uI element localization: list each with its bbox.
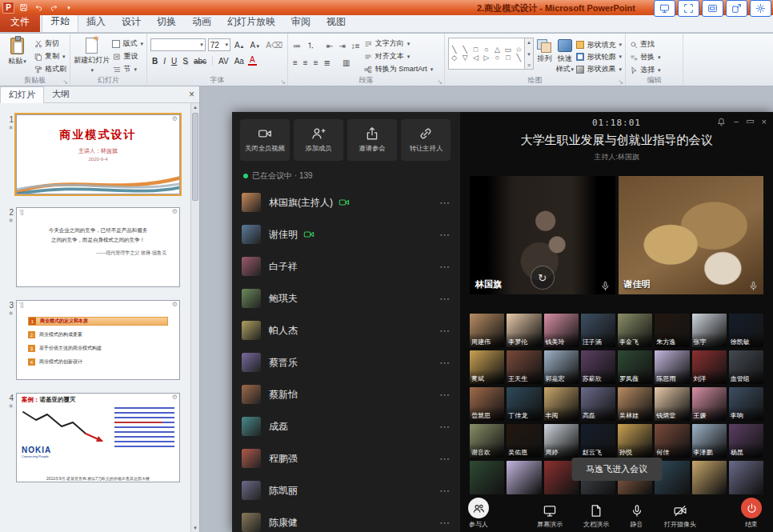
align-right-button[interactable]: ≡ — [312, 58, 320, 67]
numbering-button[interactable]: ⒈ — [305, 40, 316, 51]
video-tile[interactable]: 李金飞 — [618, 314, 652, 347]
video-tile[interactable]: 陈思雨 — [655, 350, 689, 384]
video-tile[interactable] — [729, 461, 763, 494]
font-style-button-5[interactable]: AV — [217, 57, 230, 66]
video-tile[interactable]: 钱美玲 — [544, 314, 579, 347]
shrink-font-button[interactable]: A▼ — [249, 41, 262, 50]
video-tile[interactable]: 苏薪欣 — [581, 350, 615, 384]
grow-font-button[interactable]: A▲ — [233, 41, 246, 50]
columns-button[interactable]: ▥ — [341, 58, 351, 67]
more-options-icon[interactable]: ⋯ — [439, 229, 451, 241]
clear-formatting-button[interactable]: A⌫ — [264, 41, 284, 50]
featured-video-tile[interactable]: 谢佳明 — [619, 176, 764, 294]
tab-slides-thumbnails[interactable]: 幻灯片 — [0, 86, 44, 103]
window-snip-icon[interactable] — [702, 0, 723, 17]
video-tile[interactable]: 李梦伦 — [507, 314, 541, 347]
participant-row[interactable]: 成磊⋯ — [232, 410, 460, 442]
video-tile[interactable]: 丰阅 — [544, 387, 579, 421]
participant-row[interactable]: 鲍琪夫⋯ — [232, 282, 460, 314]
video-tile[interactable]: 高磊 — [581, 387, 615, 421]
panel-scrollbar[interactable]: ▴ ▾ — [190, 103, 199, 532]
video-tile[interactable]: 吴林娃 — [618, 387, 652, 421]
video-tile[interactable]: 吴佑恩 — [507, 424, 541, 458]
participant-row[interactable]: 程鹏强⋯ — [232, 442, 460, 474]
video-tile[interactable]: 曾慧思 — [470, 387, 504, 421]
video-tile[interactable]: 钱炳堂 — [655, 387, 689, 421]
slide-4-preview[interactable]: ⚙ 案例：诺基亚的覆灭 NOKIA Connecting People — [16, 393, 180, 482]
reset-button[interactable]: 重设 — [112, 50, 143, 62]
tab-切换[interactable]: 切换 — [149, 13, 184, 32]
featured-video-tile[interactable]: ↻ 林国旗 — [470, 176, 615, 294]
paste-button[interactable]: 粘贴▾ — [3, 36, 31, 75]
camera-off-button[interactable]: 关闭全员视频 — [240, 119, 290, 161]
participant-row[interactable]: 蔡新怡⋯ — [232, 378, 460, 410]
shape-effects-button[interactable]: 形状效果▾ — [576, 64, 622, 75]
quick-styles-button[interactable]: 快速样式▾ — [555, 38, 575, 75]
font-style-button-6[interactable]: Aa — [233, 57, 246, 66]
copy-button[interactable]: 复制▾ — [34, 50, 66, 62]
arrange-button[interactable]: 排列 — [536, 38, 553, 75]
undo-icon[interactable] — [32, 2, 45, 14]
slide-thumbnail-3[interactable]: 3∗ '|] ⚙ 1商业模式的定义和本质2商业模式的构成要素3基于价值主张的商业… — [2, 300, 188, 380]
more-options-icon[interactable]: ⋯ — [439, 197, 451, 209]
tab-审阅[interactable]: 审阅 — [283, 13, 318, 32]
video-tile[interactable]: 何佳 — [655, 424, 689, 458]
video-tile[interactable]: 血管组 — [729, 350, 763, 384]
monitor-icon[interactable] — [654, 0, 675, 17]
video-tile[interactable]: 孙悦 — [618, 424, 652, 458]
video-tile[interactable]: 周婷 — [544, 424, 579, 458]
video-tile[interactable]: 杨昆 — [729, 424, 763, 458]
tab-视图[interactable]: 视图 — [318, 13, 354, 32]
font-style-button-7[interactable]: A — [248, 56, 257, 66]
video-tile[interactable]: 罗凤薇 — [618, 350, 652, 384]
shape-outline-button[interactable]: 形状轮廓▾ — [576, 51, 622, 62]
more-options-icon[interactable]: ⋯ — [439, 293, 451, 305]
more-options-icon[interactable]: ⋯ — [439, 421, 451, 433]
slide-1-preview[interactable]: ⚙ 商业模式设计 主讲人：林国旗 2020-9-4 — [16, 114, 180, 194]
font-style-button-3[interactable]: S — [181, 57, 190, 66]
participant-row[interactable]: 蔡晋乐⋯ — [232, 346, 460, 378]
replace-button[interactable]: 替换▾ — [629, 51, 679, 63]
font-name-select[interactable]: ▾ — [150, 38, 206, 51]
mute-button[interactable]: 静音 — [630, 504, 643, 529]
screen-share-button[interactable]: 屏幕演示 — [537, 504, 563, 529]
font-style-button-0[interactable]: B — [150, 57, 159, 66]
find-button[interactable]: 查找 — [629, 38, 679, 50]
qat-dropdown-icon[interactable]: ▾ — [62, 2, 75, 14]
more-options-icon[interactable]: ⋯ — [439, 389, 451, 401]
video-tile[interactable]: 李响 — [729, 387, 763, 421]
justify-button[interactable]: ≣ — [322, 58, 332, 67]
increase-indent-button[interactable]: ⇥ — [337, 42, 346, 50]
video-tile[interactable]: 丁佳龙 — [507, 387, 541, 421]
more-options-icon[interactable]: ⋯ — [439, 325, 451, 337]
video-tile[interactable]: 刘洋 — [692, 350, 727, 384]
slide-2-preview[interactable]: '|] ⚙ 今天企业之间的竞争，已经不是产品和服务 之间的竞争，而是自身模式之间… — [16, 207, 180, 287]
font-style-button-4[interactable]: abc — [192, 57, 208, 66]
end-meeting-button[interactable]: 结束 — [741, 498, 762, 529]
tab-outline[interactable]: 大纲 — [44, 86, 78, 102]
settings-icon[interactable] — [750, 0, 771, 17]
align-text-button[interactable]: 对齐文本▾ — [364, 50, 434, 62]
participant-row[interactable]: 帕人杰⋯ — [232, 314, 460, 346]
video-tile[interactable]: 汪子涵 — [581, 314, 615, 347]
redo-icon[interactable] — [47, 2, 60, 14]
video-tile[interactable]: 李泽鹏 — [692, 424, 727, 458]
share-icon[interactable] — [726, 0, 747, 17]
decrease-indent-button[interactable]: ⇤ — [325, 42, 334, 50]
video-tile[interactable]: 徐凯敏 — [729, 314, 763, 347]
shapes-gallery[interactable]: ╲╲□○△▭☆ ◇▽◁▷○□╲ — [448, 38, 525, 70]
participant-row[interactable]: 谢佳明⋯ — [232, 218, 460, 250]
video-tile[interactable]: 王媛 — [692, 387, 727, 421]
participant-row[interactable]: 陈凯丽⋯ — [232, 474, 460, 506]
transfer-host-button[interactable]: 转让主持人 — [401, 119, 451, 161]
participants-button[interactable]: 参与人 — [468, 498, 489, 529]
video-tile[interactable]: 郭嘉宏 — [544, 350, 579, 384]
format-painter-button[interactable]: 格式刷 — [34, 63, 66, 75]
video-tile[interactable]: 朱方逸 — [655, 314, 689, 347]
tab-设计[interactable]: 设计 — [114, 13, 149, 32]
more-options-icon[interactable]: ⋯ — [439, 517, 451, 529]
doc-share-button[interactable]: 文档演示 — [583, 504, 609, 529]
tab-file[interactable]: 文件 — [0, 13, 40, 32]
powerpoint-logo-icon[interactable]: P — [2, 2, 14, 14]
video-tile[interactable]: 张宇 — [692, 314, 727, 347]
